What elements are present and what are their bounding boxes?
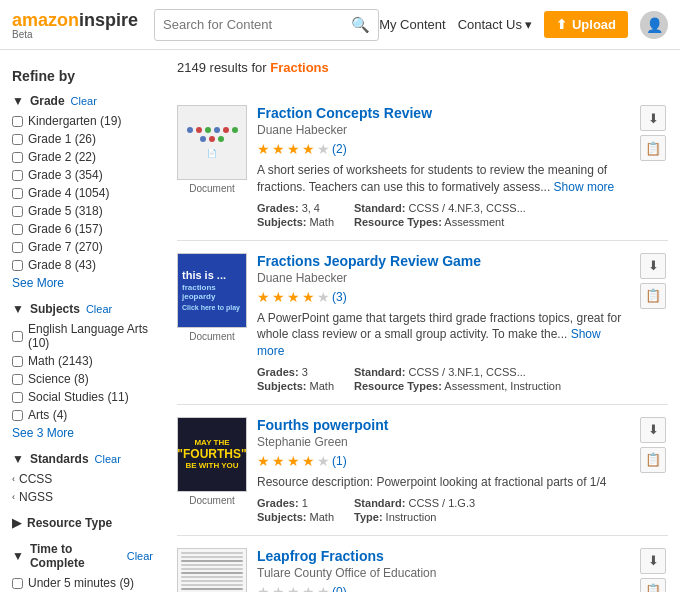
grade-see-more[interactable]: See More [12, 276, 153, 290]
time-clear-link[interactable]: Clear [127, 550, 153, 562]
resource-meta: Grades: 3 Subjects: Math Standard: CCSS … [257, 366, 630, 392]
star-1: ★ [257, 453, 270, 469]
star-4: ★ [302, 289, 315, 305]
star-2: ★ [272, 141, 285, 157]
ela-checkbox[interactable] [12, 331, 23, 342]
resource-description: A PowerPoint game that targets third gra… [257, 310, 630, 360]
resource-title-link[interactable]: Fourths powerpoint [257, 417, 630, 433]
rating-count[interactable]: (0) [332, 585, 347, 592]
meta-standard: Standard: CCSS / 4.NF.3, CCSS... Resourc… [354, 202, 526, 228]
resource-title-link[interactable]: Fraction Concepts Review [257, 105, 630, 121]
list-item: Arts (4) [12, 408, 153, 422]
triangle-icon: ▼ [12, 302, 24, 316]
download-button[interactable]: ⬇ [640, 417, 666, 443]
grade-5-checkbox[interactable] [12, 206, 23, 217]
search-input[interactable] [163, 17, 351, 32]
my-content-link[interactable]: My Content [379, 17, 445, 32]
resource-author: Duane Habecker [257, 271, 630, 285]
grade-2-checkbox[interactable] [12, 152, 23, 163]
list-item: Grade 5 (318) [12, 204, 153, 218]
rating-count[interactable]: (2) [332, 142, 347, 156]
grade-6-checkbox[interactable] [12, 224, 23, 235]
under-5-min-checkbox[interactable] [12, 578, 23, 589]
rating-count[interactable]: (3) [332, 290, 347, 304]
star-4: ★ [302, 453, 315, 469]
star-3: ★ [287, 141, 300, 157]
grade-clear-link[interactable]: Clear [71, 95, 97, 107]
copy-button[interactable]: 📋 [640, 135, 666, 161]
subjects-filter-header: ▼ Subjects Clear [12, 302, 153, 316]
sidebar: Refine by ▼ Grade Clear Kindergarten (19… [0, 60, 165, 592]
download-button[interactable]: ⬇ [640, 105, 666, 131]
standards-clear-link[interactable]: Clear [95, 453, 121, 465]
resource-info: Leapfrog Fractions Tulare County Office … [257, 548, 630, 592]
standards-filter-section: ▼ Standards Clear ‹ CCSS ‹ NGSS [12, 452, 153, 504]
star-3-empty: ★ [287, 584, 300, 592]
logo-area: amazoninspire Beta [12, 10, 138, 40]
meta-grades: Grades: 3, 4 Subjects: Math [257, 202, 334, 228]
resource-thumbnail: Document [177, 548, 247, 592]
list-item: Kindergarten (19) [12, 114, 153, 128]
list-item: ‹ NGSS [12, 490, 153, 504]
resource-thumbnail: 📄 Document [177, 105, 247, 194]
meta-standard: Standard: CCSS / 1.G.3 Type: Instruction [354, 497, 475, 523]
math-checkbox[interactable] [12, 356, 23, 367]
star-3: ★ [287, 289, 300, 305]
grade-4-checkbox[interactable] [12, 188, 23, 199]
triangle-icon: ▼ [12, 549, 24, 563]
star-2: ★ [272, 453, 285, 469]
contact-us-link[interactable]: Contact Us ▾ [458, 17, 532, 32]
subjects-see-more[interactable]: See 3 More [12, 426, 153, 440]
avatar[interactable]: 👤 [640, 11, 668, 39]
copy-button[interactable]: 📋 [640, 283, 666, 309]
search-button[interactable]: 🔍 [351, 16, 370, 34]
download-button[interactable]: ⬇ [640, 253, 666, 279]
copy-button[interactable]: 📋 [640, 578, 666, 592]
rating-count[interactable]: (1) [332, 454, 347, 468]
show-more-link[interactable]: Show more [257, 327, 601, 358]
card-actions: ⬇ 📋 [640, 253, 668, 309]
chevron-left-icon: ‹ [12, 492, 15, 502]
results-label: results for [210, 60, 267, 75]
list-item: Grade 6 (157) [12, 222, 153, 236]
star-1: ★ [257, 289, 270, 305]
resource-title-link[interactable]: Leapfrog Fractions [257, 548, 630, 564]
doc-type-label: Document [189, 183, 235, 194]
show-more-link[interactable]: Show more [554, 180, 615, 194]
star-5-empty: ★ [317, 453, 330, 469]
logo: amazoninspire [12, 10, 138, 31]
list-item: English Language Arts (10) [12, 322, 153, 350]
download-button[interactable]: ⬇ [640, 548, 666, 574]
resource-title-link[interactable]: Fractions Jeopardy Review Game [257, 253, 630, 269]
star-1-empty: ★ [257, 584, 270, 592]
doc-type-label: Document [189, 331, 235, 342]
star-4-empty: ★ [302, 584, 315, 592]
star-rating: ★ ★ ★ ★ ★ (1) [257, 453, 630, 469]
upload-button[interactable]: ⬆ Upload [544, 11, 628, 38]
grade-kindergarten-checkbox[interactable] [12, 116, 23, 127]
grade-7-checkbox[interactable] [12, 242, 23, 253]
subjects-clear-link[interactable]: Clear [86, 303, 112, 315]
resource-type-filter-header: ▶ Resource Type [12, 516, 153, 530]
resource-meta: Grades: 3, 4 Subjects: Math Standard: CC… [257, 202, 630, 228]
card-actions: ⬇ 📋 [640, 548, 668, 592]
star-5-empty: ★ [317, 584, 330, 592]
copy-button[interactable]: 📋 [640, 447, 666, 473]
grade-3-checkbox[interactable] [12, 170, 23, 181]
grade-8-checkbox[interactable] [12, 260, 23, 271]
social-studies-checkbox[interactable] [12, 392, 23, 403]
star-rating: ★ ★ ★ ★ ★ (3) [257, 289, 630, 305]
triangle-right-icon: ▶ [12, 516, 21, 530]
star-2-empty: ★ [272, 584, 285, 592]
chevron-down-icon: ▾ [525, 17, 532, 32]
beta-label: Beta [12, 29, 33, 40]
sidebar-title: Refine by [12, 68, 153, 84]
triangle-icon: ▼ [12, 94, 24, 108]
science-checkbox[interactable] [12, 374, 23, 385]
arts-checkbox[interactable] [12, 410, 23, 421]
grade-filter-label: Grade [30, 94, 65, 108]
resource-description: A short series of worksheets for student… [257, 162, 630, 196]
search-bar: 🔍 [154, 9, 379, 41]
grade-1-checkbox[interactable] [12, 134, 23, 145]
time-filter-header: ▼ Time to Complete Clear [12, 542, 153, 570]
